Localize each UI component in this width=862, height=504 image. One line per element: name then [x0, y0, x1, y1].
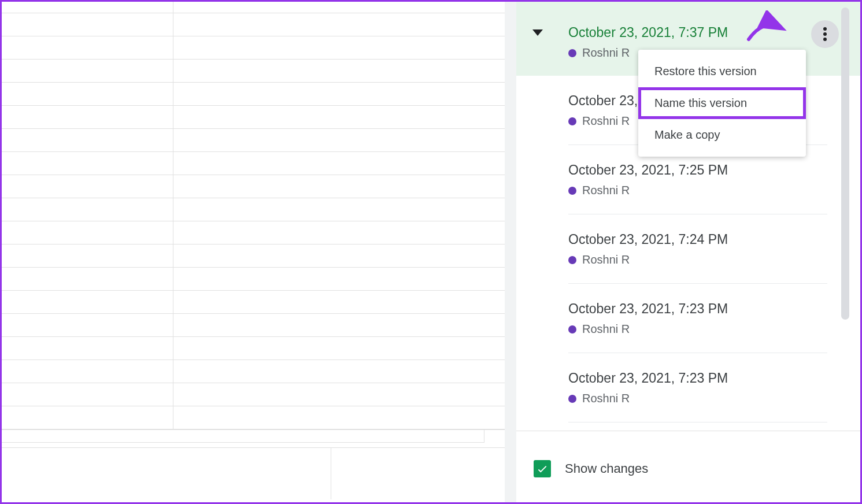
author-name: Roshni R — [582, 184, 630, 197]
vertical-dots-icon — [823, 27, 827, 41]
author-color-dot — [568, 117, 576, 125]
version-timestamp: October 23, 2021, 7:25 PM — [568, 162, 850, 178]
author-name: Roshni R — [582, 323, 630, 336]
author-color-dot — [568, 325, 576, 333]
spreadsheet-grid[interactable] — [2, 2, 505, 441]
version-item[interactable]: October 23, 2021, 7:23 PM Roshni R — [516, 284, 862, 353]
version-timestamp: October 23, 2021, 7:23 PM — [568, 301, 850, 317]
make-copy-menu-item[interactable]: Make a copy — [638, 119, 806, 151]
author-name: Roshni R — [582, 253, 630, 266]
expand-triangle-icon[interactable] — [532, 29, 543, 36]
show-changes-label: Show changes — [565, 461, 648, 476]
checkmark-icon — [536, 462, 549, 475]
pane-divider — [505, 2, 516, 504]
version-author: Roshni R — [568, 253, 850, 266]
sheet-tab[interactable] — [331, 448, 505, 499]
version-context-menu: Restore this version Name this version M… — [638, 50, 806, 157]
sidebar-footer: Show changes — [516, 431, 862, 504]
name-version-menu-item[interactable]: Name this version — [638, 87, 806, 119]
version-author: Roshni R — [568, 184, 850, 197]
author-color-dot — [568, 256, 576, 264]
restore-version-menu-item[interactable]: Restore this version — [638, 55, 806, 87]
more-actions-button[interactable] — [811, 20, 839, 48]
version-item[interactable]: October 23, 2021, 5:30 PM — [516, 423, 862, 427]
author-name: Roshni R — [582, 392, 630, 405]
version-item[interactable]: October 23, 2021, 7:23 PM Roshni R — [516, 353, 862, 423]
author-color-dot — [568, 395, 576, 403]
author-color-dot — [568, 187, 576, 195]
show-changes-checkbox[interactable] — [534, 460, 551, 477]
version-author: Roshni R — [568, 323, 850, 336]
spreadsheet-bottom-bar — [2, 429, 505, 493]
version-timestamp: October 23, 2021, 7:24 PM — [568, 232, 850, 247]
version-timestamp: October 23, 2021, 7:37 PM — [568, 25, 850, 40]
version-author: Roshni R — [568, 392, 850, 405]
version-item[interactable]: October 23, 2021, 7:24 PM Roshni R — [516, 214, 862, 284]
author-name: Roshni R — [582, 114, 630, 128]
scrollbar[interactable] — [841, 8, 849, 320]
version-timestamp: October 23, 2021, 7:23 PM — [568, 370, 850, 386]
author-color-dot — [568, 49, 576, 57]
author-name: Roshni R — [582, 46, 630, 60]
sheet-tab[interactable] — [2, 448, 331, 499]
